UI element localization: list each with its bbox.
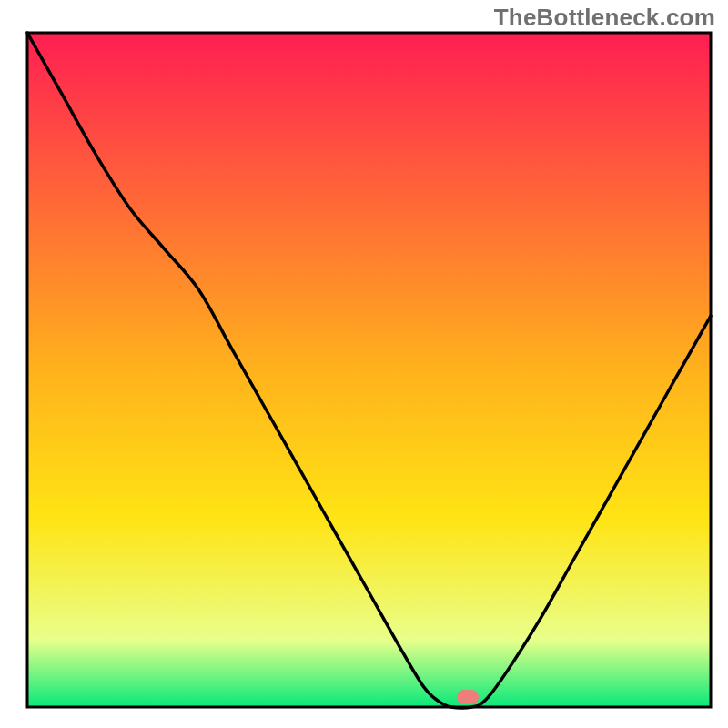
chart-background: [27, 33, 711, 707]
bottleneck-chart: TheBottleneck.com: [0, 0, 728, 728]
optimal-point-marker: [457, 690, 479, 704]
chart-svg: [0, 0, 728, 728]
